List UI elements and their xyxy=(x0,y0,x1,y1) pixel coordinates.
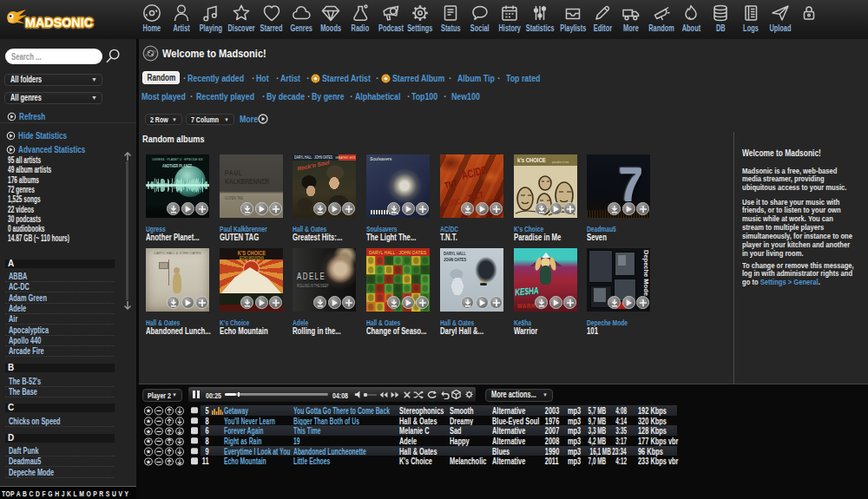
svg-text:MADSONIC: MADSONIC xyxy=(25,15,93,30)
svg-text:DARYL HALL · JOHN OATES: DARYL HALL · JOHN OATES xyxy=(369,250,427,255)
